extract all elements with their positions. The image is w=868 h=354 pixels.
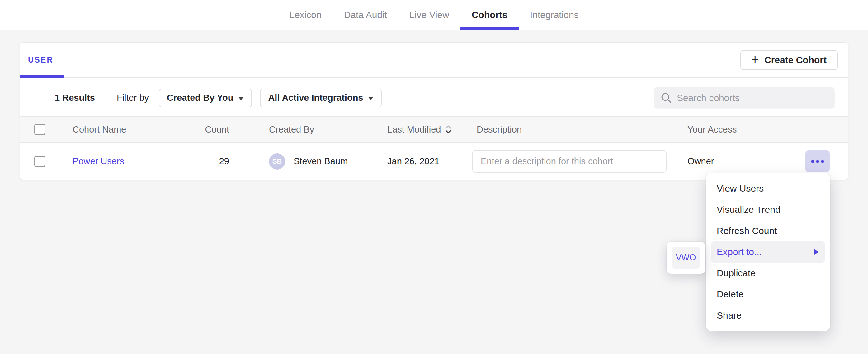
menu-item-export-to-label: Export to... (717, 247, 762, 257)
select-all-checkbox[interactable] (34, 124, 45, 135)
tab-user[interactable]: USER (20, 43, 64, 77)
caret-down-icon (368, 97, 374, 100)
more-actions-icon (811, 160, 814, 163)
row-checkbox[interactable] (34, 156, 45, 167)
submenu-arrow-icon (814, 249, 818, 255)
menu-item-share[interactable]: Share (711, 305, 825, 326)
col-cohort-name[interactable]: Cohort Name (72, 124, 203, 135)
last-modified-date: Jan 26, 2021 (387, 156, 477, 166)
more-actions-icon (821, 160, 824, 163)
created-by-name: Steven Baum (293, 156, 348, 166)
export-option-vwo[interactable]: VWO (672, 247, 700, 269)
search-box[interactable] (654, 87, 835, 108)
search-icon (661, 92, 672, 103)
top-navigation: Lexicon Data Audit Live View Cohorts Int… (0, 0, 868, 30)
menu-item-refresh-count[interactable]: Refresh Count (711, 220, 825, 242)
create-cohort-button[interactable]: + Create Cohort (740, 50, 838, 70)
caret-down-icon (238, 97, 244, 100)
sort-icon[interactable] (445, 124, 452, 134)
table-header: Cohort Name Count Created By Last Modifi… (20, 116, 848, 143)
created-by-cell: SB Steven Baum (235, 153, 387, 169)
cohorts-panel: USER + Create Cohort 1 Results Filter by… (20, 43, 848, 180)
created-by-dropdown[interactable]: Created By You (159, 89, 252, 107)
vertical-divider (105, 89, 106, 107)
tab-data-audit[interactable]: Data Audit (342, 0, 389, 30)
col-count[interactable]: Count (203, 124, 235, 135)
panel-tab-row: USER + Create Cohort (20, 43, 848, 78)
col-last-modified-label: Last Modified (387, 124, 441, 135)
header-checkbox-cell (34, 124, 72, 135)
menu-item-duplicate[interactable]: Duplicate (711, 262, 825, 284)
col-description: Description (477, 124, 687, 135)
created-by-dropdown-label: Created By You (167, 93, 233, 103)
tab-cohorts[interactable]: Cohorts (470, 0, 509, 30)
description-cell (477, 150, 687, 173)
avatar: SB (269, 153, 285, 169)
tab-integrations[interactable]: Integrations (528, 0, 581, 30)
filter-row: 1 Results Filter by Created By You All A… (20, 78, 848, 116)
export-submenu: VWO (666, 242, 705, 274)
more-actions-icon (816, 160, 819, 163)
plus-icon: + (751, 53, 759, 66)
menu-item-visualize-trend[interactable]: Visualize Trend (711, 199, 825, 220)
description-input[interactable] (472, 150, 666, 173)
create-cohort-label: Create Cohort (764, 55, 827, 65)
cohort-name-cell: Power Users (72, 156, 203, 166)
menu-item-delete[interactable]: Delete (711, 284, 825, 305)
context-menu: View Users Visualize Trend Refresh Count… (706, 173, 830, 331)
more-actions-button[interactable] (805, 150, 830, 172)
integrations-dropdown[interactable]: All Active Integrations (260, 89, 382, 107)
menu-item-export-to[interactable]: Export to... (711, 242, 825, 262)
tab-live-view[interactable]: Live View (407, 0, 451, 30)
tab-lexicon[interactable]: Lexicon (287, 0, 323, 30)
col-last-modified[interactable]: Last Modified (387, 124, 477, 135)
menu-item-view-users[interactable]: View Users (711, 178, 825, 199)
integrations-dropdown-label: All Active Integrations (268, 93, 363, 103)
filter-by-label: Filter by (117, 93, 149, 103)
access-cell: Owner (687, 150, 848, 172)
col-created-by[interactable]: Created By (235, 124, 387, 135)
search-input[interactable] (677, 92, 828, 103)
cohort-name-link[interactable]: Power Users (72, 156, 124, 166)
row-checkbox-cell (34, 156, 72, 167)
results-count: 1 Results (55, 93, 95, 103)
access-level: Owner (687, 156, 714, 166)
col-your-access: Your Access (687, 124, 848, 135)
cohort-count: 29 (203, 156, 235, 166)
